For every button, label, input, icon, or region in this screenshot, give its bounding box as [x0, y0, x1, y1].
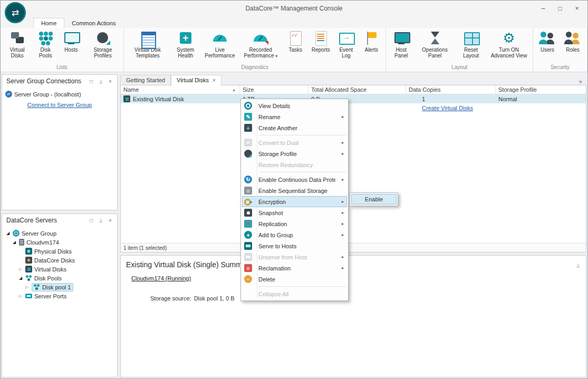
ribbon-item-reset-layout[interactable]: Reset Layout — [455, 29, 487, 61]
menu-item-convert-to-dual: Convert to Dual ▸ — [242, 137, 347, 148]
tree-item-datacore-disks[interactable]: DataCore Disks — [3, 256, 116, 265]
minimize-button[interactable]: – — [536, 3, 551, 14]
reclamation-icon — [244, 264, 252, 272]
menu-item-create-another[interactable]: Create Another — [242, 122, 347, 133]
server-status-link[interactable]: Cloudvm174 (Running) — [131, 275, 191, 281]
ribbon-group-label-layout: Layout — [388, 64, 531, 72]
close-tab-icon[interactable]: × — [213, 77, 216, 83]
ribbon-item-alerts[interactable]: Alerts — [359, 29, 384, 61]
tree-item-virtual-disks[interactable]: ▷ Virtual Disks — [3, 265, 116, 274]
submenu-item-enable[interactable]: Enable — [351, 194, 397, 205]
expander-icon[interactable]: ◢ — [5, 231, 11, 236]
virtual-disk-templates-icon — [139, 30, 157, 46]
pin-icon[interactable]: ⊥ — [96, 216, 105, 225]
menu-item-snapshot[interactable]: Snapshot ▸ — [242, 207, 347, 218]
tab-home[interactable]: Home — [33, 18, 64, 28]
replication-icon — [244, 220, 252, 228]
expander-icon[interactable]: ▷ — [18, 294, 23, 298]
menu-item-add-to-group[interactable]: Add to Group ▸ — [242, 229, 347, 240]
ribbon-item-live-performance[interactable]: Live Performance — [201, 29, 239, 61]
ribbon-item-operations-panel[interactable]: Operations Panel — [415, 29, 455, 61]
menu-item-label: Encryption — [258, 199, 335, 205]
menu-item-enable-continuous-data-protection[interactable]: Enable Continuous Data Protection ▸ — [242, 174, 347, 185]
ribbon-item-host-panel[interactable]: Host Panel — [388, 29, 415, 61]
table-link-row: Create Virtual Disks — [121, 103, 586, 111]
tree-item-server-group[interactable]: ◢ Server Group — [3, 229, 116, 238]
ribbon-item-tasks[interactable]: Tasks — [283, 29, 308, 61]
float-panel-icon[interactable]: □ — [86, 76, 96, 86]
menu-item-rename[interactable]: Rename ▸ — [242, 111, 347, 122]
ribbon-item-turn-on-advanced-view[interactable]: Turn ON Advanced View — [487, 29, 531, 61]
menu-item-label: Reclamation — [258, 265, 335, 271]
column-header-total-allocated-space[interactable]: Total Allocated Space — [309, 85, 406, 94]
hosts-icon — [62, 30, 80, 46]
menu-item-encryption[interactable]: Encryption ▸ — [242, 196, 347, 207]
expander-icon[interactable]: ◢ — [18, 276, 23, 280]
restore-button[interactable]: □ — [553, 3, 567, 14]
menu-item-serve-to-hosts[interactable]: Serve to Hosts — [242, 240, 347, 251]
main-column: Getting Started Virtual Disks × × Name ▲… — [120, 74, 586, 377]
ribbon-item-virtual-disks[interactable]: Virtual Disks — [2, 29, 32, 61]
ribbon-item-virtual-disk-templates[interactable]: Virtual Disk Templates — [126, 29, 170, 61]
ribbon-item-users[interactable]: Users — [535, 29, 560, 61]
close-icon[interactable]: × — [105, 216, 115, 225]
tree-item-server-group-localhost[interactable]: Server Group - (localhost) — [3, 90, 116, 99]
server-group-icon — [5, 91, 12, 98]
tree-item-physical-disks[interactable]: Physical Disks — [3, 247, 116, 256]
ribbon-item-hosts[interactable]: Hosts — [59, 29, 84, 61]
menu-item-label: Delete — [258, 276, 344, 283]
ribbon-item-system-health[interactable]: System Health — [170, 29, 201, 61]
pin-icon[interactable]: ⊥ — [96, 76, 105, 86]
virtual-disk-context-menu: View Details Rename ▸ Create Another Con… — [240, 99, 349, 301]
menu-item-unserve-from-host: Unserve from Host ▸ — [242, 251, 347, 263]
expander-icon[interactable]: ◢ — [12, 240, 17, 245]
menu-item-reclamation[interactable]: Reclamation ▸ — [242, 263, 347, 274]
float-panel-icon[interactable]: □ — [86, 216, 96, 225]
expander-icon[interactable]: ▷ — [18, 267, 23, 271]
unserve-from-host-icon — [244, 253, 252, 261]
menu-item-replication[interactable]: Replication ▸ — [242, 218, 347, 229]
selected-tree-item[interactable]: Disk pool 1 — [32, 283, 73, 291]
column-header-label: Name — [123, 86, 139, 93]
left-sidebar: Server Group Connections □ ⊥ × Server Gr… — [2, 74, 118, 377]
ribbon-item-disk-pools[interactable]: Disk Pools — [32, 29, 59, 61]
close-button[interactable]: × — [570, 3, 584, 14]
tree-item-cloudvm174[interactable]: ◢ Cloudvm174 — [3, 238, 116, 247]
column-header-storage-profile[interactable]: Storage Profile — [496, 85, 586, 94]
connect-to-server-group-link[interactable]: Connect to Server Group — [3, 102, 116, 108]
tree-item-disk-pool-1[interactable]: ▷ Disk pool 1 — [3, 283, 116, 291]
ribbon-item-storage-profiles[interactable]: Storage Profiles — [84, 29, 122, 61]
virtual-disk-icon — [123, 95, 130, 102]
close-icon[interactable]: × — [105, 76, 115, 86]
pin-icon[interactable]: ⊥ — [573, 260, 583, 270]
submenu-arrow-icon: ▸ — [342, 151, 344, 156]
ribbon-item-label: Reset Layout — [457, 47, 485, 60]
disk-pools-icon — [25, 275, 32, 281]
table-row-existing-virtual-disk[interactable]: Existing Virtual Disk 1 TB 0 B 1 Normal — [121, 94, 586, 103]
datacore-logo-icon: ⇄ — [5, 2, 26, 23]
expander-icon[interactable]: ▷ — [24, 285, 30, 289]
tab-common-actions[interactable]: Common Actions — [64, 18, 123, 28]
ribbon-item-roles[interactable]: Roles — [560, 29, 585, 61]
menu-item-label: Collapse All — [258, 291, 344, 297]
close-document-area-icon[interactable]: × — [575, 79, 586, 85]
ribbon-item-recorded-performance[interactable]: Recorded Performance ▾ — [238, 29, 283, 61]
column-header-data-copies[interactable]: Data Copies — [406, 85, 496, 94]
menu-item-view-details[interactable]: View Details — [242, 100, 347, 111]
menu-item-enable-sequential-storage[interactable]: Enable Sequential Storage — [242, 185, 347, 196]
create-virtual-disks-link[interactable]: Create Virtual Disks — [406, 103, 496, 111]
tree-item-server-ports[interactable]: ▷ Server Ports — [3, 291, 116, 300]
tab-virtual-disks[interactable]: Virtual Disks × — [171, 75, 221, 85]
ribbon-item-reports[interactable]: Reports — [308, 29, 333, 61]
tree-item-disk-pools[interactable]: ◢ Disk Pools — [3, 274, 116, 283]
storage-source-label: Storage source: — [150, 295, 191, 302]
ribbon-item-event-log[interactable]: Event Log — [333, 29, 359, 61]
ribbon-item-label: Users — [541, 47, 554, 60]
menu-item-delete[interactable]: Delete — [242, 274, 347, 285]
tab-getting-started[interactable]: Getting Started — [120, 75, 171, 85]
column-header-size[interactable]: Size — [240, 85, 309, 94]
column-header-name[interactable]: Name ▲ — [121, 85, 240, 94]
rename-icon — [244, 113, 252, 121]
datacore-disks-icon — [25, 257, 32, 264]
menu-item-storage-profile[interactable]: Storage Profile ▸ — [242, 148, 347, 159]
